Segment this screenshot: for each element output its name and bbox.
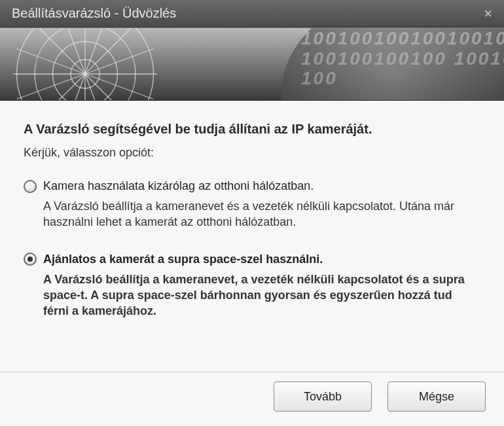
next-button[interactable]: Tovább	[274, 382, 372, 412]
close-icon[interactable]: ×	[480, 4, 496, 24]
svg-line-9	[85, 74, 154, 99]
option-supra-space: Ajánlatos a kamerát a supra space-szel h…	[24, 253, 480, 319]
instruction: Kérjük, válasszon opciót:	[24, 146, 480, 160]
banner	[0, 27, 504, 101]
cancel-button[interactable]: Mégse	[387, 382, 486, 412]
option-description: A Varázsló beállítja a kameranevet, a ve…	[43, 272, 480, 319]
radio-supra-space[interactable]	[24, 253, 37, 266]
option-label[interactable]: Ajánlatos a kamerát a supra space-szel h…	[43, 253, 323, 266]
radio-local-network[interactable]	[24, 180, 37, 193]
svg-line-11	[17, 74, 86, 99]
radar-icon	[13, 27, 157, 101]
content-area: A Varázsló segítségével be tudja állítan…	[0, 101, 504, 372]
buttonbar: Tovább Mégse	[0, 372, 504, 426]
window-title: Beállításvarázsló - Üdvözlés	[12, 6, 480, 21]
globe-icon	[281, 27, 504, 101]
headline: A Varázsló segítségével be tudja állítan…	[24, 122, 480, 137]
option-label[interactable]: Kamera használata kizárólag az otthoni h…	[43, 179, 314, 193]
option-local-network: Kamera használata kizárólag az otthoni h…	[24, 179, 480, 230]
titlebar: Beállításvarázsló - Üdvözlés ×	[0, 0, 504, 27]
svg-line-10	[17, 49, 86, 75]
option-description: A Varázsló beállítja a kameranevet és a …	[43, 198, 480, 230]
svg-line-8	[85, 49, 154, 75]
